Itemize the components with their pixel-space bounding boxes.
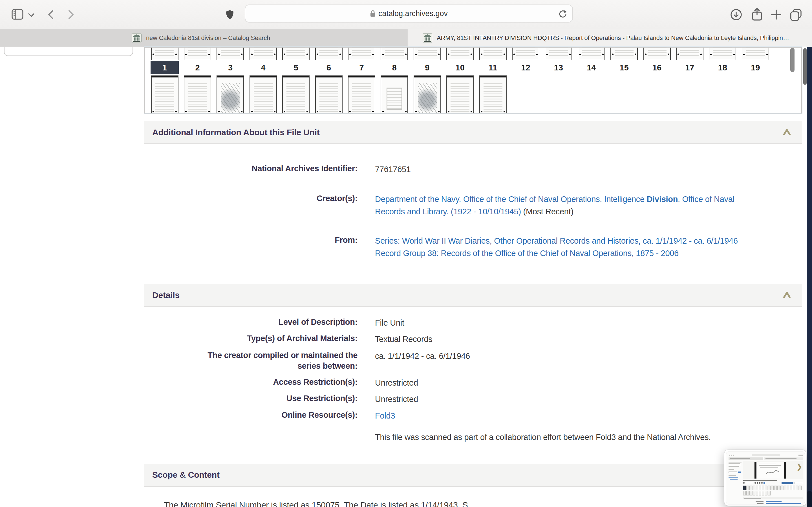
mini-thumbnail bbox=[759, 491, 761, 496]
page-thumbnail-4[interactable] bbox=[250, 47, 277, 60]
section-title: Additional Information About this File U… bbox=[144, 128, 320, 137]
forward-icon[interactable] bbox=[67, 9, 75, 20]
use-row: Use Restriction(s): Unrestricted bbox=[144, 393, 804, 405]
identifier-label: National Archives Identifier: bbox=[144, 163, 357, 174]
right-rail-scroll-thumb[interactable] bbox=[807, 491, 812, 507]
share-icon[interactable] bbox=[751, 7, 763, 22]
tab-file-unit[interactable]: ARMY, 81ST INFANTRY DIVISION HDQTRS - Re… bbox=[408, 29, 812, 47]
page-thumbnail-23[interactable] bbox=[250, 75, 277, 114]
chevron-up-icon[interactable] bbox=[783, 291, 791, 300]
page-number-13[interactable]: 13 bbox=[545, 61, 573, 74]
page-number-10[interactable]: 10 bbox=[446, 61, 474, 74]
page-thumbnail-7[interactable] bbox=[348, 47, 375, 60]
page-number-18[interactable]: 18 bbox=[709, 61, 737, 74]
page-number-6[interactable]: 6 bbox=[315, 61, 343, 74]
page-number-7[interactable]: 7 bbox=[348, 61, 376, 74]
thumbnail-strip-scrollbar[interactable] bbox=[790, 48, 795, 72]
page-thumbnail-11[interactable] bbox=[479, 47, 507, 60]
creator-link-line1[interactable]: Department of the Navy. Office of the Ch… bbox=[375, 193, 734, 205]
page-thumbnail-17[interactable] bbox=[676, 47, 703, 60]
page-thumbnail-30[interactable] bbox=[479, 75, 507, 114]
series-link[interactable]: Series: World War II War Diaries, Other … bbox=[375, 236, 738, 245]
page-thumbnail-27[interactable] bbox=[380, 75, 408, 114]
additional-info-header[interactable]: Additional Information About this File U… bbox=[144, 121, 802, 144]
scope-content-header[interactable]: Scope & Content bbox=[144, 464, 802, 487]
page-thumbnail-15[interactable] bbox=[610, 47, 638, 60]
section-title: Details bbox=[144, 290, 180, 300]
page-number-1[interactable]: 1 bbox=[151, 61, 179, 74]
details-header[interactable]: Details bbox=[144, 284, 802, 307]
page-number-11[interactable]: 11 bbox=[479, 61, 507, 74]
page-thumbnail-28[interactable] bbox=[414, 75, 441, 114]
fold3-link[interactable]: Fold3 bbox=[375, 411, 395, 420]
back-icon[interactable] bbox=[47, 9, 55, 20]
page-thumbnail-22[interactable] bbox=[216, 75, 244, 114]
page-thumbnail-12[interactable] bbox=[512, 47, 539, 60]
page-thumbnail-16[interactable] bbox=[644, 47, 671, 60]
most-recent-text: (Most Recent) bbox=[521, 207, 573, 216]
reload-icon[interactable] bbox=[558, 9, 567, 20]
type-value: Textual Records bbox=[375, 333, 432, 345]
page-thumbnail-19[interactable] bbox=[742, 47, 769, 60]
creator-link-line2[interactable]: Records and Library. (1922 - 10/10/1945)… bbox=[375, 205, 734, 218]
scan-note-row: This file was scanned as part of a colla… bbox=[144, 431, 804, 443]
page-thumbnail-21[interactable] bbox=[184, 75, 211, 114]
page-thumbnail-3[interactable] bbox=[216, 47, 244, 60]
address-bar[interactable]: catalog.archives.gov bbox=[245, 4, 573, 22]
access-value: Unrestricted bbox=[375, 377, 418, 389]
page-number-8[interactable]: 8 bbox=[380, 61, 409, 74]
page-number-4[interactable]: 4 bbox=[249, 61, 277, 74]
page-thumbnail-6[interactable] bbox=[315, 47, 343, 60]
mini-thumbnail bbox=[765, 486, 767, 490]
page-number-15[interactable]: 15 bbox=[610, 61, 638, 74]
page-thumbnail-24[interactable] bbox=[282, 75, 310, 114]
page-preview-overlay[interactable]: ❯ bbox=[724, 450, 806, 506]
page-number-16[interactable]: 16 bbox=[643, 61, 671, 74]
page-thumbnail-5[interactable] bbox=[282, 47, 310, 60]
tab-overview-icon[interactable] bbox=[789, 8, 803, 22]
page-number-5[interactable]: 5 bbox=[282, 61, 310, 74]
new-tab-icon[interactable] bbox=[770, 8, 783, 21]
page-thumbnail-10[interactable] bbox=[446, 47, 474, 60]
page-thumbnail-9[interactable] bbox=[414, 47, 441, 60]
chevron-up-icon[interactable] bbox=[783, 128, 791, 137]
identifier-row: National Archives Identifier: 77617651 bbox=[144, 163, 804, 175]
page-thumbnail-29[interactable] bbox=[446, 75, 474, 114]
window-scrollbar[interactable] bbox=[803, 48, 807, 85]
page-thumbnail-14[interactable] bbox=[578, 47, 605, 60]
type-row: Type(s) of Archival Materials: Textual R… bbox=[144, 333, 804, 345]
page-number-12[interactable]: 12 bbox=[511, 61, 540, 74]
page-number-17[interactable]: 17 bbox=[675, 61, 704, 74]
page-number-3[interactable]: 3 bbox=[216, 61, 245, 74]
mini-thumbnail bbox=[762, 486, 764, 490]
tab-catalog-search[interactable]: new Caledonia 81st division – Catalog Se… bbox=[0, 29, 408, 47]
page-thumbnail-13[interactable] bbox=[545, 47, 572, 60]
shield-icon[interactable] bbox=[225, 9, 235, 20]
page-number-14[interactable]: 14 bbox=[577, 61, 605, 74]
level-value: File Unit bbox=[375, 317, 404, 329]
mini-thumbnail bbox=[768, 486, 770, 490]
page-thumbnail-2[interactable] bbox=[184, 47, 211, 60]
mini-thumbnail bbox=[762, 491, 764, 496]
mini-thumbnail-row-1 bbox=[743, 486, 802, 490]
page-number-2[interactable]: 2 bbox=[184, 61, 212, 74]
sidebar-toggle-icon[interactable] bbox=[11, 8, 24, 20]
page-thumbnail-25[interactable] bbox=[315, 75, 343, 114]
page-thumbnail-8[interactable] bbox=[380, 47, 408, 60]
mini-thumbnail bbox=[790, 486, 792, 490]
sidebar-panel-fragment bbox=[4, 47, 133, 56]
record-group-link[interactable]: Record Group 38: Records of the Office o… bbox=[375, 249, 679, 258]
from-label: From: bbox=[144, 235, 357, 245]
page-number-9[interactable]: 9 bbox=[413, 61, 441, 74]
mini-tag-heading bbox=[728, 469, 734, 470]
download-icon[interactable] bbox=[730, 8, 743, 21]
mini-thumbnail bbox=[777, 486, 780, 490]
mini-thumbnail bbox=[786, 486, 789, 490]
page-thumbnail-1[interactable] bbox=[151, 47, 179, 60]
mini-view-contributions-button bbox=[781, 482, 794, 484]
page-thumbnail-26[interactable] bbox=[348, 75, 375, 114]
chevron-down-icon[interactable] bbox=[28, 12, 35, 17]
page-thumbnail-18[interactable] bbox=[709, 47, 736, 60]
page-number-19[interactable]: 19 bbox=[741, 61, 769, 74]
page-thumbnail-20[interactable] bbox=[151, 75, 179, 114]
